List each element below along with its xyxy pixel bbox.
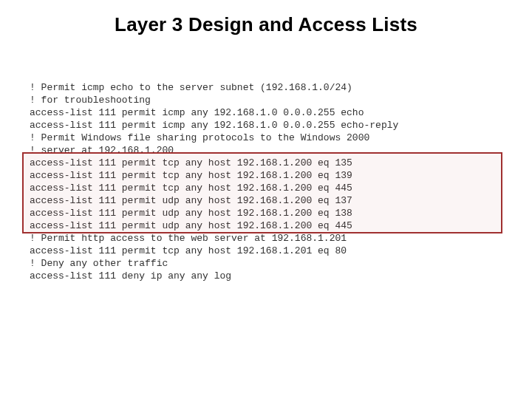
- slide: Layer 3 Design and Access Lists ! Permit…: [0, 0, 532, 399]
- config-line: access-list 111 permit tcp any host 192.…: [30, 169, 517, 182]
- config-line: ! server at 192.168.1.200: [30, 144, 517, 157]
- config-line: access-list 111 permit udp any host 192.…: [30, 194, 517, 207]
- config-line: ! Deny any other traffic: [30, 257, 517, 270]
- config-line: ! for troubleshooting: [30, 94, 517, 106]
- page-title: Layer 3 Design and Access Lists: [0, 13, 532, 36]
- config-line: access-list 111 permit icmp any 192.168.…: [30, 119, 517, 132]
- config-line: access-list 111 permit udp any host 192.…: [30, 207, 517, 219]
- config-line: ! Permit icmp echo to the server subnet …: [30, 81, 517, 94]
- config-line: access-list 111 permit tcp any host 192.…: [30, 182, 517, 194]
- config-line: ! Permit Windows file sharing protocols …: [30, 132, 517, 144]
- config-line: access-list 111 permit udp any host 192.…: [30, 219, 517, 232]
- config-line: ! Permit http access to the web server a…: [30, 232, 517, 245]
- config-line: access-list 111 permit tcp any host 192.…: [30, 157, 517, 169]
- config-line: access-list 111 permit tcp any host 192.…: [30, 245, 517, 257]
- config-line: access-list 111 deny ip any any log: [30, 270, 517, 282]
- config-line: access-list 111 permit icmp any 192.168.…: [30, 106, 517, 119]
- acl-config-block: ! Permit icmp echo to the server subnet …: [30, 81, 517, 282]
